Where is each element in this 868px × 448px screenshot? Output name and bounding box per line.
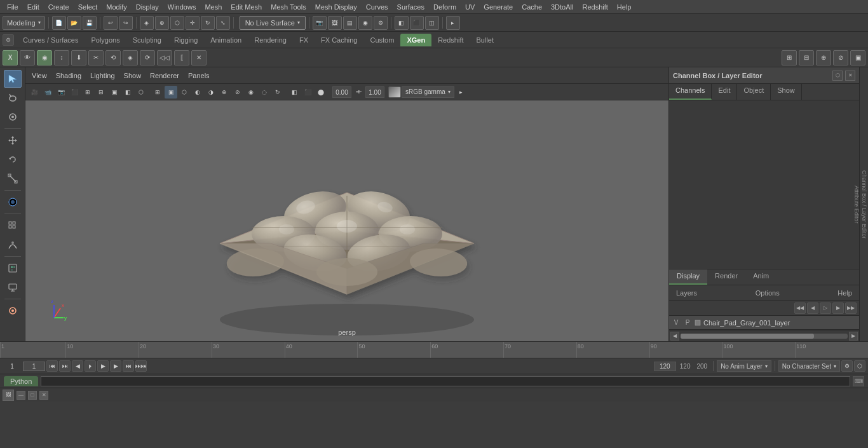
window-maximize[interactable]: □ bbox=[28, 391, 37, 400]
vp-snap1[interactable]: ⊞ bbox=[81, 86, 94, 98]
pb-prev-key[interactable]: ⏭ bbox=[59, 360, 71, 372]
layers-next2-btn[interactable]: ▶▶ bbox=[845, 302, 857, 314]
workspace-dropdown[interactable]: Modeling ▾ bbox=[3, 16, 45, 30]
menu-display[interactable]: Display bbox=[132, 2, 163, 12]
menu-deform[interactable]: Deform bbox=[429, 2, 461, 12]
rp-close-btn[interactable]: ✕ bbox=[845, 71, 855, 81]
anim-layer-dropdown[interactable]: No Anim Layer ▾ bbox=[717, 360, 771, 372]
xgen-extra-btn3[interactable]: ⊕ bbox=[816, 50, 831, 65]
vp-color-swatch[interactable] bbox=[388, 86, 401, 98]
render-btn[interactable]: 🖼 bbox=[328, 16, 342, 30]
render-sidebar[interactable] bbox=[4, 302, 22, 320]
render-settings-btn[interactable]: ⚙ bbox=[374, 16, 388, 30]
vp-iso-btn[interactable]: ◧ bbox=[288, 86, 301, 98]
soft-select-sidebar[interactable] bbox=[4, 193, 22, 211]
layer-vis-btn[interactable]: V bbox=[672, 319, 681, 326]
vp-menu-lighting[interactable]: Lighting bbox=[86, 71, 119, 81]
pb-next-frame[interactable]: ▶ bbox=[110, 360, 121, 372]
tab-redshift[interactable]: Redshift bbox=[431, 34, 470, 46]
tab-animation[interactable]: Animation bbox=[204, 34, 248, 46]
xgen-bracket-btn[interactable]: ⟦ bbox=[174, 50, 189, 65]
vp-light-btn[interactable]: ◐ bbox=[191, 86, 204, 98]
tab-curves-surfaces[interactable]: Curves / Surfaces bbox=[17, 34, 85, 46]
vp-snap5[interactable]: ⬡ bbox=[135, 86, 147, 98]
vp-solid-btn[interactable]: ▣ bbox=[165, 86, 177, 98]
vp-ao-btn[interactable]: ◌ bbox=[258, 86, 271, 98]
pb-prev-frame[interactable]: ◀ bbox=[72, 360, 83, 372]
d-tab-anim[interactable]: Anim bbox=[745, 269, 776, 285]
scale-tool-sidebar[interactable] bbox=[4, 170, 22, 187]
xgen-extra-btn2[interactable]: ⊟ bbox=[799, 50, 814, 65]
menu-select[interactable]: Select bbox=[74, 2, 102, 12]
layers-menu-options[interactable]: Options bbox=[752, 288, 783, 298]
display-sidebar[interactable] bbox=[4, 278, 22, 296]
menu-uv[interactable]: UV bbox=[461, 2, 479, 12]
paint-tool-btn[interactable]: ⬡ bbox=[170, 16, 184, 30]
menu-3dtall[interactable]: 3DtoAll bbox=[546, 2, 578, 12]
menu-help[interactable]: Help bbox=[613, 2, 636, 12]
move-tool-sidebar[interactable] bbox=[4, 132, 22, 149]
pb-skip-end[interactable]: ⏭⏭ bbox=[135, 360, 147, 372]
menu-edit-mesh[interactable]: Edit Mesh bbox=[226, 2, 266, 12]
xgen-cut-btn[interactable]: ✂ bbox=[88, 50, 104, 65]
vp-menu-panels[interactable]: Panels bbox=[184, 71, 214, 81]
vp-snap4[interactable]: ◧ bbox=[121, 86, 134, 98]
layers-new-btn[interactable]: ▷ bbox=[820, 302, 831, 314]
menu-surfaces[interactable]: Surfaces bbox=[393, 2, 429, 12]
strip-channel-box[interactable]: Channel Box / Layer Editor bbox=[860, 166, 868, 243]
xgen-extra-btn1[interactable]: ⊞ bbox=[782, 50, 797, 65]
menu-mesh-display[interactable]: Mesh Display bbox=[311, 2, 362, 12]
vp-shadow-btn[interactable]: ◑ bbox=[205, 86, 217, 98]
pb-extra-btn[interactable]: ⬡ bbox=[854, 360, 865, 372]
range-end-input[interactable] bbox=[654, 362, 676, 371]
vp-cam-btn2[interactable]: 📹 bbox=[41, 86, 54, 98]
tab-custom[interactable]: Custom bbox=[364, 34, 401, 46]
tab-sculpting[interactable]: Sculpting bbox=[126, 34, 168, 46]
snap-curve-sidebar[interactable] bbox=[4, 236, 22, 254]
strip-attribute-editor[interactable]: Attribute Editor bbox=[853, 182, 860, 227]
tab-fx[interactable]: FX bbox=[293, 34, 315, 46]
snap-grid-sidebar[interactable] bbox=[4, 217, 22, 234]
scrollbar-thumb[interactable] bbox=[681, 334, 814, 339]
vp-snap3[interactable]: ▣ bbox=[108, 86, 121, 98]
viewport-canvas[interactable]: persp x y z bbox=[25, 100, 668, 341]
menu-cache[interactable]: Cache bbox=[517, 2, 546, 12]
layers-menu-layers[interactable]: Layers bbox=[673, 288, 700, 298]
xgen-eye-btn[interactable]: 👁 bbox=[20, 50, 35, 65]
vp-wire-btn[interactable]: ⊞ bbox=[151, 86, 164, 98]
lasso-tool-sidebar[interactable] bbox=[4, 89, 22, 107]
layout-btn1[interactable]: ◧ bbox=[395, 16, 409, 30]
vp-menu-shading[interactable]: Shading bbox=[52, 71, 85, 81]
lasso-tool-btn[interactable]: ⊕ bbox=[155, 16, 169, 30]
timeline[interactable]: 1102030405060708090100110120 bbox=[0, 341, 868, 358]
python-tab[interactable]: Python bbox=[4, 376, 38, 386]
pb-skip-start[interactable]: ⏮ bbox=[46, 360, 58, 372]
xgen-rotate-btn[interactable]: ⟲ bbox=[105, 50, 121, 65]
vp-cam-btn3[interactable]: 📷 bbox=[55, 86, 67, 98]
scrollbar-left-btn[interactable]: ◀ bbox=[670, 332, 679, 341]
vp-cam-btn1[interactable]: 🎥 bbox=[28, 86, 41, 98]
open-file-btn[interactable]: 📂 bbox=[67, 16, 81, 30]
window-close[interactable]: ✕ bbox=[39, 391, 48, 400]
tab-settings-btn[interactable]: ⚙ bbox=[3, 34, 14, 46]
menu-mesh-tools[interactable]: Mesh Tools bbox=[266, 2, 310, 12]
pb-play-back[interactable]: ⏵ bbox=[85, 360, 96, 372]
layers-prev-btn[interactable]: ◀◀ bbox=[794, 302, 806, 314]
xgen-extra-btn5[interactable]: ▣ bbox=[850, 50, 865, 65]
xgen-down-btn[interactable]: ⬇ bbox=[71, 50, 86, 65]
window-thumb[interactable]: 🖼 bbox=[3, 390, 14, 401]
transform-btn[interactable]: ✛ bbox=[186, 16, 200, 30]
vp-snap2[interactable]: ⊟ bbox=[95, 86, 107, 98]
vp-extra-btn[interactable]: ▸ bbox=[455, 86, 468, 98]
tab-polygons[interactable]: Polygons bbox=[85, 34, 126, 46]
colorspace-dropdown[interactable]: sRGB gamma ▾ bbox=[402, 86, 454, 98]
paint-select-sidebar[interactable] bbox=[4, 108, 22, 126]
ch-tab-edit[interactable]: Edit bbox=[712, 84, 737, 100]
menu-redshift[interactable]: Redshift bbox=[578, 2, 612, 12]
history-sidebar[interactable] bbox=[4, 259, 22, 277]
layout-btn3[interactable]: ◫ bbox=[425, 16, 439, 30]
xgen-settings-btn[interactable]: X bbox=[3, 50, 18, 65]
scrollbar-right-btn[interactable]: ▶ bbox=[849, 332, 858, 341]
menu-windows[interactable]: Windows bbox=[163, 2, 201, 12]
d-tab-display[interactable]: Display bbox=[669, 269, 707, 285]
